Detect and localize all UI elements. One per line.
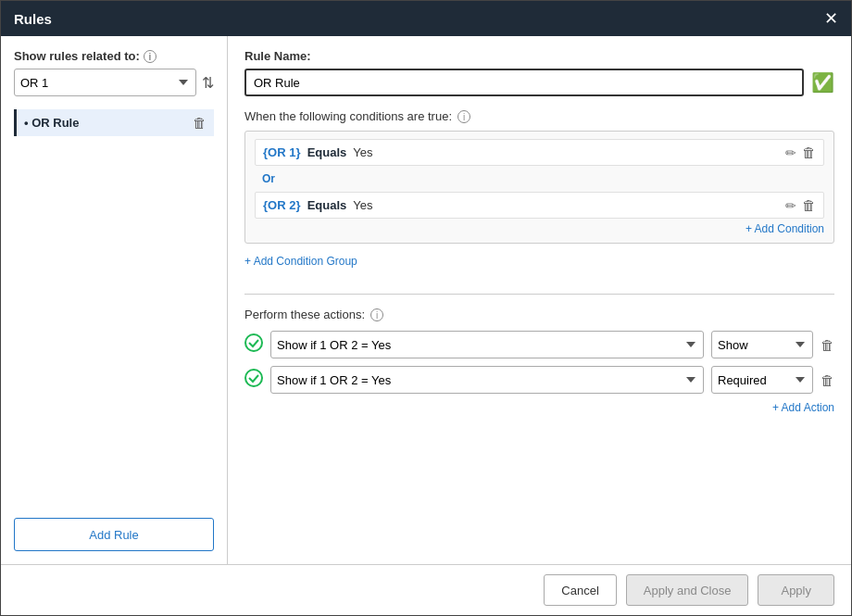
action-1-type-select[interactable]: Show Hide [711,331,813,358]
condition-text-1: {OR 1} Equals Yes [263,145,373,159]
sidebar: Show rules related to: i OR 1 OR 2 ⇅ • O… [1,36,228,564]
rule-item[interactable]: • OR Rule 🗑 [14,109,214,136]
modal-footer: Cancel Apply and Close Apply [1,564,851,615]
rules-modal: Rules ✕ Show rules related to: i OR 1 OR… [0,0,852,616]
condition-text-2: {OR 2} Equals Yes [263,198,373,212]
condition-2-actions: ✏ 🗑 [785,197,816,213]
edit-condition-2-button[interactable]: ✏ [785,197,796,213]
add-condition-group-link[interactable]: + Add Condition Group [244,255,834,268]
modal-header: Rules ✕ [1,1,851,36]
action-2-type-select[interactable]: Required Not Required [711,366,813,394]
rule-name-row: ✅ [244,69,834,96]
add-rule-button[interactable]: Add Rule [14,518,214,551]
or-label: Or [255,170,824,188]
apply-button[interactable]: Apply [758,574,834,606]
modal-body: Show rules related to: i OR 1 OR 2 ⇅ • O… [1,36,851,564]
action-1-target-select[interactable]: Show if 1 OR 2 = Yes [270,331,704,358]
show-rules-info-icon: i [144,50,157,63]
delete-action-2-button[interactable]: 🗑 [821,372,834,388]
action-row-2: Show if 1 OR 2 = Yes Required Not Requir… [244,366,834,394]
condition-row-1: {OR 1} Equals Yes ✏ 🗑 [255,139,824,166]
actions-info-icon: i [370,308,383,321]
conditions-label: When the following conditions are true: … [244,109,834,123]
rule-list: • OR Rule 🗑 [14,109,214,518]
action-2-check-icon [244,369,263,392]
actions-section: Perform these actions: i Show if 1 OR 2 … [244,294,834,414]
edit-condition-1-button[interactable]: ✏ [785,145,796,160]
svg-point-0 [245,334,262,351]
sort-icon: ⇅ [202,74,214,92]
delete-rule-button[interactable]: 🗑 [193,115,207,131]
actions-label: Perform these actions: i [244,308,834,321]
svg-point-1 [245,370,262,386]
modal-title: Rules [14,11,52,27]
rules-related-select[interactable]: OR 1 OR 2 [14,69,196,96]
condition-row-2: {OR 2} Equals Yes ✏ 🗑 [255,192,824,219]
rule-name-input[interactable] [244,69,804,96]
rule-name-label: Rule Name: [244,49,834,63]
main-panel: Rule Name: ✅ When the following conditio… [228,36,851,564]
delete-condition-2-button[interactable]: 🗑 [802,197,816,213]
sidebar-select-row: OR 1 OR 2 ⇅ [14,69,214,96]
condition-1-actions: ✏ 🗑 [785,145,816,160]
close-button[interactable]: ✕ [824,10,838,27]
show-rules-label: Show rules related to: i [14,49,214,63]
delete-condition-1-button[interactable]: 🗑 [802,145,816,160]
add-condition-link[interactable]: + Add Condition [255,222,824,235]
conditions-info-icon: i [457,110,470,123]
add-action-link[interactable]: + Add Action [244,401,834,414]
rule-item-label: • OR Rule [24,116,79,130]
action-row-1: Show if 1 OR 2 = Yes Show Hide 🗑 [244,331,834,358]
cancel-button[interactable]: Cancel [544,574,616,606]
rule-name-valid-icon: ✅ [811,71,834,94]
conditions-box: {OR 1} Equals Yes ✏ 🗑 Or {OR 2} Eq [244,131,834,244]
delete-action-1-button[interactable]: 🗑 [821,337,834,353]
action-2-target-select[interactable]: Show if 1 OR 2 = Yes [270,366,704,394]
action-1-check-icon [244,333,263,357]
apply-and-close-button[interactable]: Apply and Close [626,574,749,606]
